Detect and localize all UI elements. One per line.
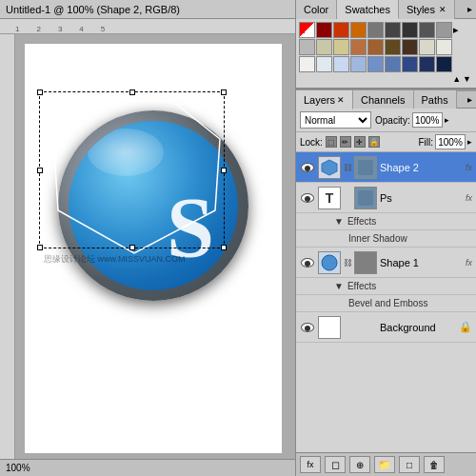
layer-name-shape1: Shape 1	[380, 257, 463, 268]
layer-link-shape1: ⛓	[344, 253, 351, 272]
swatch-orange[interactable]	[350, 22, 367, 38]
swatch-darkgray[interactable]	[385, 22, 401, 38]
swatch-c4[interactable]	[350, 56, 367, 72]
delete-layer-button[interactable]: 🗑	[424, 456, 445, 473]
swatch-b7[interactable]	[402, 39, 418, 55]
swatch-c5[interactable]	[367, 56, 384, 72]
swatch-c3[interactable]	[333, 56, 349, 72]
swatch-c2[interactable]	[316, 56, 332, 72]
swatch-c8[interactable]	[419, 56, 435, 72]
layer-row-shape1[interactable]: ⛓ Shape 1 fx	[296, 248, 476, 278]
lock-all-icon[interactable]: 🔒	[368, 136, 380, 148]
swatch-down-arrow[interactable]: ▼	[463, 74, 471, 84]
swatch-b8[interactable]	[419, 39, 435, 55]
swatch-c1[interactable]	[299, 56, 315, 72]
thumb-svg-shape2	[320, 158, 339, 177]
tab-layers[interactable]: Layers ✕	[296, 90, 353, 109]
swatch-verydarkgray[interactable]	[402, 22, 418, 38]
lock-transparent-icon[interactable]: ⬚	[326, 136, 337, 148]
zoom-level: 100%	[6, 463, 30, 473]
layers-panel-close[interactable]: ▸	[464, 94, 476, 105]
fill-input[interactable]	[435, 134, 466, 149]
layer-thumb-ps: T	[318, 187, 341, 209]
layer-visibility-bg[interactable]	[300, 320, 315, 335]
swatch-null[interactable]	[299, 22, 315, 38]
swatch-b6[interactable]	[385, 39, 401, 55]
mask-svg-shape2	[356, 158, 375, 177]
svg-marker-0	[53, 101, 220, 253]
tab-color[interactable]: Color	[296, 0, 337, 19]
layer-effects-shape1[interactable]: ▼ Effects	[296, 278, 476, 295]
layer-link-shape2: ⛓	[344, 158, 351, 177]
opacity-label: Opacity:	[375, 115, 410, 126]
layer-effect-bevel[interactable]: Bevel and Emboss	[296, 295, 476, 312]
lock-icon-bg: 🔒	[459, 321, 472, 333]
swatch-up-arrow[interactable]: ▲	[452, 74, 461, 84]
opacity-input[interactable]	[412, 112, 443, 128]
layers-list: ⛓ Shape 2 fx T	[296, 152, 476, 452]
swatch-c6[interactable]	[385, 56, 401, 72]
swatch-gray[interactable]	[367, 22, 384, 38]
layer-visibility-shape1[interactable]	[300, 255, 315, 270]
fill-arrow[interactable]: ▸	[467, 137, 472, 147]
right-panel: Color Swatches Styles ✕ ▸	[295, 0, 476, 476]
blend-mode-select[interactable]: Normal	[300, 111, 371, 129]
new-layer-button[interactable]: □	[399, 456, 420, 473]
swatch-gray2[interactable]	[419, 22, 435, 38]
handle-top-mid[interactable]	[129, 89, 135, 95]
ruler-tick-5: 5	[101, 25, 105, 33]
swatches-panel-close[interactable]: ▸	[464, 4, 476, 14]
handle-top-right[interactable]	[221, 89, 227, 95]
layer-thumb-shape1	[318, 251, 341, 274]
swatches-panel: Color Swatches Styles ✕ ▸	[296, 0, 476, 89]
lock-move-icon[interactable]: ✛	[354, 136, 366, 148]
swatch-b5[interactable]	[367, 39, 384, 55]
watermark: 思缘设计论坛 www.MISSVUAN.COM	[44, 253, 186, 266]
layers-panel: Layers ✕ Channels Paths ▸ Normal Opacity…	[296, 89, 476, 476]
swatch-c9[interactable]	[436, 56, 452, 72]
fill-label: Fill:	[418, 137, 433, 148]
layer-row-shape2[interactable]: ⛓ Shape 2 fx	[296, 152, 476, 183]
opacity-arrow[interactable]: ▸	[445, 115, 449, 125]
ruler-tick-4: 4	[79, 25, 83, 33]
eye-icon-bg	[301, 323, 314, 332]
layer-effects-ps[interactable]: ▼ Effects	[296, 213, 476, 230]
polygon-container	[39, 96, 225, 263]
layer-effect-innershadow[interactable]: Inner Shadow	[296, 230, 476, 248]
layer-link-ps	[344, 188, 351, 208]
layer-fx-shape2: fx	[466, 163, 472, 172]
tab-channels[interactable]: Channels	[353, 90, 413, 109]
swatch-lightgray[interactable]	[436, 22, 452, 38]
title-text: Untitled-1 @ 100% (Shape 2, RGB/8)	[6, 4, 180, 15]
tab-swatches[interactable]: Swatches	[337, 0, 399, 19]
add-mask-button[interactable]: ◻	[325, 456, 346, 473]
layer-visibility-ps[interactable]	[300, 190, 315, 206]
swatch-b1[interactable]	[299, 39, 315, 55]
status-bar: 100%	[0, 459, 295, 476]
layer-mask-ps	[354, 187, 377, 209]
swatch-c7[interactable]	[402, 56, 418, 72]
layer-fx-ps: fx	[466, 193, 472, 203]
layer-visibility-shape2[interactable]	[300, 160, 315, 175]
swatch-b2[interactable]	[316, 39, 332, 55]
lock-paint-icon[interactable]: ✏	[340, 136, 351, 148]
tab-paths[interactable]: Paths	[414, 90, 457, 109]
swatch-scroll-right[interactable]: ▸	[453, 24, 463, 36]
add-adjustment-button[interactable]: ⊕	[349, 456, 370, 473]
swatches-tabs: Color Swatches Styles ✕ ▸	[296, 0, 476, 19]
layer-row-ps[interactable]: T Ps fx	[296, 183, 476, 213]
swatch-b9[interactable]	[436, 39, 452, 55]
mask-svg-ps	[356, 188, 375, 208]
eye-icon-shape2	[301, 163, 314, 172]
new-group-button[interactable]: 📁	[374, 456, 395, 473]
add-style-button[interactable]: fx	[300, 456, 321, 473]
swatch-red2[interactable]	[333, 22, 349, 38]
handle-top-left[interactable]	[37, 89, 43, 95]
swatch-b4[interactable]	[350, 39, 367, 55]
layer-row-background[interactable]: Background 🔒	[296, 312, 476, 343]
swatch-darkred[interactable]	[316, 22, 332, 38]
svg-rect-2	[358, 160, 373, 175]
ruler-top: 1 2 3 4 5	[0, 19, 295, 34]
swatch-b3[interactable]	[333, 39, 349, 55]
tab-styles[interactable]: Styles ✕	[399, 0, 455, 19]
